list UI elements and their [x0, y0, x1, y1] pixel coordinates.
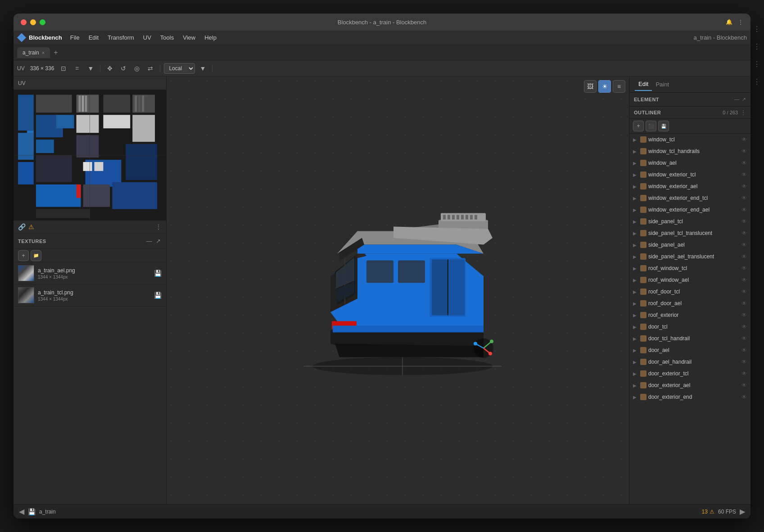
tab-paint[interactable]: Paint	[652, 78, 673, 90]
outliner-item-door-exterior-tcl[interactable]: ▶ door_exterior_tcl 👁	[629, 368, 750, 379]
expand-icon[interactable]: ▶	[633, 172, 638, 177]
next-btn[interactable]: ▶	[740, 507, 745, 516]
outliner-items[interactable]: ▶ window_tcl 👁 ▶ window_tcl_handrails 👁 …	[629, 134, 750, 504]
mode-dropdown-icon[interactable]: ▼	[197, 63, 208, 74]
expand-icon[interactable]: ▶	[633, 231, 638, 236]
expand-icon[interactable]: ▶	[633, 184, 638, 189]
move-tool-icon[interactable]: ✥	[104, 63, 116, 74]
eye-icon[interactable]: 👁	[741, 277, 747, 283]
tab-edit[interactable]: Edit	[635, 78, 652, 91]
tab-close-button[interactable]: ×	[42, 50, 45, 55]
expand-icon[interactable]: ▶	[633, 207, 638, 212]
eye-icon[interactable]: 👁	[741, 171, 747, 178]
menu-uv[interactable]: UV	[139, 32, 156, 43]
expand-icon[interactable]: ▶	[633, 289, 638, 294]
eye-icon[interactable]: 👁	[741, 359, 747, 365]
image-view-btn[interactable]: 🖼	[584, 80, 597, 93]
outliner-item-window-exterior-ael[interactable]: ▶ window_exterior_ael 👁	[629, 180, 750, 192]
tab-a-train[interactable]: a_train ×	[17, 47, 50, 58]
outliner-item-door-tcl-handrail[interactable]: ▶ door_tcl_handrail 👁	[629, 333, 750, 344]
expand-icon[interactable]: ▶	[633, 254, 638, 259]
texture-item-tcl[interactable]: a_train_tcl.png 1344 × 1344px 💾	[14, 284, 166, 307]
eye-icon[interactable]: 👁	[741, 347, 747, 353]
outliner-item-roof-window-ael[interactable]: ▶ roof_window_ael 👁	[629, 274, 750, 286]
menu-tools[interactable]: Tools	[156, 32, 178, 43]
outliner-item-window-ael[interactable]: ▶ window_ael 👁	[629, 157, 750, 169]
outliner-item-window-tcl[interactable]: ▶ window_tcl 👁	[629, 134, 750, 145]
outliner-item-door-exterior-ael[interactable]: ▶ door_exterior_ael 👁	[629, 379, 750, 391]
minimize-button[interactable]	[30, 19, 36, 25]
expand-icon[interactable]: ▶	[633, 161, 638, 166]
mode-select[interactable]: Local Global	[164, 63, 195, 74]
eye-icon[interactable]: 👁	[741, 183, 747, 189]
menu-transform[interactable]: Transform	[103, 32, 139, 43]
outliner-item-door-ael-handrail[interactable]: ▶ door_ael_handrail 👁	[629, 356, 750, 368]
grid-view-btn[interactable]: ≡	[613, 80, 625, 93]
viewport[interactable]: 🖼 ☀ ≡	[167, 77, 629, 504]
outliner-item-side-panel-tcl-translucent[interactable]: ▶ side_panel_tcl_translucent 👁	[629, 227, 750, 239]
expand-icon[interactable]: ▶	[633, 278, 638, 283]
expand-icon[interactable]: ▶	[633, 149, 638, 154]
eye-icon[interactable]: 👁	[741, 218, 747, 225]
add-texture-btn[interactable]: +	[18, 250, 29, 261]
outliner-item-side-panel-ael-translucent[interactable]: ▶ side_panel_ael_translucent 👁	[629, 251, 750, 262]
eye-icon[interactable]: 👁	[741, 230, 747, 236]
texture-more-icon[interactable]: ⋮	[155, 223, 162, 230]
eye-icon[interactable]: 👁	[741, 160, 747, 166]
eye-icon[interactable]: 👁	[741, 312, 747, 318]
eye-icon[interactable]: 👁	[741, 148, 747, 154]
outliner-item-side-panel-ael[interactable]: ▶ side_panel_ael 👁	[629, 239, 750, 251]
dropdown-icon[interactable]: ▼	[85, 63, 96, 74]
eye-icon[interactable]: 👁	[741, 382, 747, 388]
warning-icon[interactable]: ⚠	[28, 223, 34, 230]
eye-icon[interactable]: 👁	[741, 265, 747, 271]
expand-icon[interactable]: ▶	[633, 137, 638, 142]
expand-icon[interactable]: ▶	[633, 313, 638, 318]
expand-icon[interactable]: ▶	[633, 196, 638, 201]
menu-file[interactable]: File	[66, 32, 84, 43]
menu-help[interactable]: Help	[200, 32, 221, 43]
menu-view[interactable]: View	[178, 32, 200, 43]
outliner-item-side-panel-tcl[interactable]: ▶ side_panel_tcl 👁	[629, 216, 750, 227]
textures-collapse-btn[interactable]: —	[145, 237, 153, 245]
eye-icon[interactable]: 👁	[741, 207, 747, 213]
eye-icon[interactable]: 👁	[741, 394, 747, 400]
warning-indicator[interactable]: 13 ⚠	[702, 509, 714, 515]
expand-icon[interactable]: ▶	[633, 325, 638, 329]
eye-icon[interactable]: 👁	[741, 289, 747, 295]
eye-icon[interactable]: 👁	[741, 335, 747, 342]
expand-icon[interactable]: ▶	[633, 348, 638, 353]
outliner-item-roof-door-ael[interactable]: ▶ roof_door_ael 👁	[629, 298, 750, 309]
rotate-tool-icon[interactable]: ↺	[118, 63, 129, 74]
eye-icon[interactable]: 👁	[741, 370, 747, 377]
outliner-item-window-exterior-end-ael[interactable]: ▶ window_exterior_end_ael 👁	[629, 204, 750, 216]
outliner-item-window-exterior-end-tcl[interactable]: ▶ window_exterior_end_tcl 👁	[629, 192, 750, 204]
eye-icon[interactable]: 👁	[741, 324, 747, 330]
expand-icon[interactable]: ▶	[633, 266, 638, 271]
mirror-icon[interactable]: ⇄	[145, 63, 156, 74]
resize-icon[interactable]: ⊡	[58, 63, 69, 74]
close-button[interactable]	[21, 19, 27, 25]
sun-view-btn[interactable]: ☀	[598, 80, 611, 93]
outliner-item-door-ael[interactable]: ▶ door_ael 👁	[629, 344, 750, 356]
link-icon[interactable]: 🔗	[18, 223, 26, 230]
tab-add-button[interactable]: +	[54, 49, 58, 57]
notification-icon[interactable]: 🔔	[726, 19, 732, 25]
expand-icon[interactable]: ▶	[633, 219, 638, 224]
eye-icon[interactable]: 👁	[741, 195, 747, 201]
element-collapse-btn[interactable]: —	[734, 96, 740, 103]
outliner-item-roof-window-tcl[interactable]: ▶ roof_window_tcl 👁	[629, 262, 750, 274]
textures-expand-btn[interactable]: ↗	[155, 237, 162, 245]
add-cube-btn[interactable]: ⬛	[646, 121, 656, 131]
outliner-item-window-exterior-tcl[interactable]: ▶ window_exterior_tcl 👁	[629, 169, 750, 180]
eye-icon[interactable]: 👁	[741, 253, 747, 260]
outliner-item-door-exterior-end[interactable]: ▶ door_exterior_end 👁	[629, 391, 750, 403]
outliner-item-door-tcl[interactable]: ▶ door_tcl 👁	[629, 321, 750, 333]
prev-btn[interactable]: ◀	[19, 507, 24, 516]
expand-icon[interactable]: ▶	[633, 336, 638, 341]
expand-icon[interactable]: ▶	[633, 383, 638, 388]
load-texture-btn[interactable]: 📁	[31, 250, 41, 261]
outliner-item-roof-exterior[interactable]: ▶ roof_exterior 👁	[629, 309, 750, 321]
maximize-button[interactable]	[40, 19, 45, 25]
expand-icon[interactable]: ▶	[633, 243, 638, 248]
